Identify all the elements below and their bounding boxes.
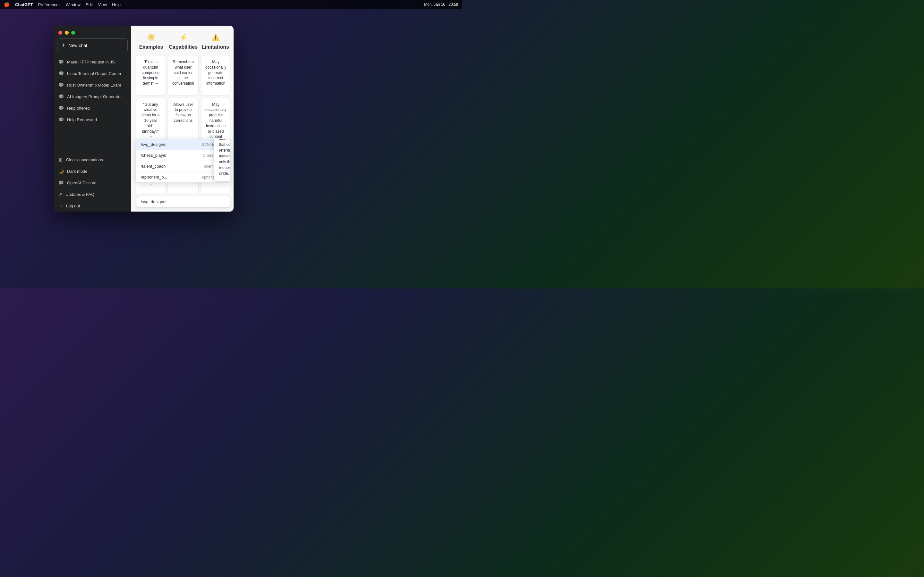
menubar-help[interactable]: Help <box>112 2 121 7</box>
openai-discord-label: OpenAI Discord <box>67 181 97 185</box>
plus-icon: + <box>62 42 65 49</box>
window-controls <box>54 26 131 39</box>
warning-icon: ⚠️ <box>211 33 220 42</box>
menubar-app-name[interactable]: ChatGPT <box>15 2 33 7</box>
chat-item-label: Make HTTP request in JS <box>67 60 115 64</box>
sun-icon: ☀️ <box>147 33 156 42</box>
chat-item-ai-imagery[interactable]: 💬 AI Imagery Prompt Generator <box>54 91 131 102</box>
clear-conversations-action[interactable]: 🗑 Clear conversations <box>54 154 131 165</box>
dark-mode-action[interactable]: 🌙 Dark mode <box>54 165 131 177</box>
chat-item-rust-ownership[interactable]: 💬 Rust Ownership Model Exam <box>54 79 131 91</box>
svg-designer-tooltip: I would like you to act as an SVG design… <box>214 139 230 181</box>
clear-conversations-label: Clear conversations <box>66 157 103 162</box>
autocomplete-cmd: /svg_designer <box>141 142 167 147</box>
dark-mode-label: Dark mode <box>67 169 87 174</box>
main-content: ☀️ Examples ⚡ Capabilities ⚠️ Limitation… <box>131 26 234 211</box>
discord-icon: 💬 <box>58 180 64 185</box>
new-chat-label: New chat <box>69 43 87 48</box>
chat-input[interactable] <box>136 196 230 207</box>
moon-icon: 🌙 <box>58 169 64 174</box>
limitations-title: Limitations <box>202 44 229 50</box>
tooltip-text: I would like you to act as an SVG design… <box>219 139 230 176</box>
example-card-1[interactable]: "Explain quantum computing in simple ter… <box>136 55 165 95</box>
menubar-window[interactable]: Window <box>66 2 81 7</box>
chat-bubble-icon: 💬 <box>58 71 64 76</box>
chat-item-linux-terminal[interactable]: 💬 Linux Terminal Output Comm <box>54 68 131 79</box>
chat-bubble-icon: 💬 <box>58 59 64 64</box>
minimize-button[interactable] <box>65 31 69 35</box>
input-area <box>131 193 234 211</box>
examples-title: Examples <box>139 44 163 50</box>
close-button[interactable] <box>58 31 62 35</box>
menubar-preferences[interactable]: Preferences <box>38 2 61 7</box>
chat-item-make-http[interactable]: 💬 Make HTTP request in JS <box>54 56 131 68</box>
autocomplete-dropdown: /svg_designer SVG designer I would like … <box>136 139 230 183</box>
chat-item-help-offered[interactable]: 💬 Help offered <box>54 102 131 114</box>
autocomplete-cmd: /aphorism_b... <box>141 175 167 179</box>
sidebar: + New chat 💬 Make HTTP request in JS 💬 L… <box>54 26 131 211</box>
updates-faq-label: Updates & FAQ <box>65 192 94 197</box>
openai-discord-action[interactable]: 💬 OpenAI Discord <box>54 177 131 189</box>
updates-faq-action[interactable]: ↗ Updates & FAQ <box>54 189 131 200</box>
chat-item-label: AI Imagery Prompt Generator <box>67 94 122 99</box>
menubar-view[interactable]: View <box>98 2 107 7</box>
capability-card-1: Remembers what user said earlier in the … <box>168 55 199 95</box>
log-out-label: Log out <box>66 203 80 208</box>
autocomplete-cmd: /chess_player <box>141 153 166 158</box>
menubar-time: 20:58 <box>449 2 458 7</box>
maximize-button[interactable] <box>71 31 75 35</box>
lightning-icon: ⚡ <box>179 33 188 42</box>
chat-item-label: Linux Terminal Output Comm <box>67 71 121 76</box>
input-wrapper <box>136 196 230 208</box>
chat-bubble-icon: 💬 <box>58 82 64 87</box>
apple-menu[interactable]: 🍎 <box>4 2 10 7</box>
examples-column-header: ☀️ Examples <box>137 33 165 50</box>
logout-icon: → <box>58 203 63 208</box>
chat-item-label: Help Requested <box>67 117 97 122</box>
new-chat-button[interactable]: + New chat <box>57 39 128 52</box>
chat-bubble-icon: 💬 <box>58 94 64 99</box>
menubar: 🍎 ChatGPT Preferences Window Edit View H… <box>0 0 462 9</box>
chat-list: 💬 Make HTTP request in JS 💬 Linux Termin… <box>54 55 131 148</box>
chat-item-label: Help offered <box>67 106 90 111</box>
capabilities-title: Capabilities <box>169 44 198 50</box>
capabilities-column-header: ⚡ Capabilities <box>169 33 198 50</box>
autocomplete-cmd: /talent_coach <box>141 164 166 169</box>
chat-bubble-icon: 💬 <box>58 105 64 111</box>
chat-bubble-icon: 💬 <box>58 117 64 122</box>
log-out-action[interactable]: → Log out <box>54 200 131 211</box>
trash-icon: 🗑 <box>58 157 63 162</box>
chat-item-label: Rust Ownership Model Exam <box>67 83 121 87</box>
columns-header: ☀️ Examples ⚡ Capabilities ⚠️ Limitation… <box>131 26 234 55</box>
menubar-date: Mon, Jan 16 <box>424 2 445 7</box>
chat-item-help-requested[interactable]: 💬 Help Requested <box>54 114 131 125</box>
limitations-column-header: ⚠️ Limitations <box>202 33 229 50</box>
limitation-card-1: May occasionally generate incorrect info… <box>201 55 230 95</box>
app-window: + New chat 💬 Make HTTP request in JS 💬 L… <box>54 26 234 211</box>
autocomplete-item-svg-designer[interactable]: /svg_designer SVG designer I would like … <box>136 139 230 150</box>
external-link-icon: ↗ <box>58 192 62 197</box>
menubar-edit[interactable]: Edit <box>86 2 93 7</box>
